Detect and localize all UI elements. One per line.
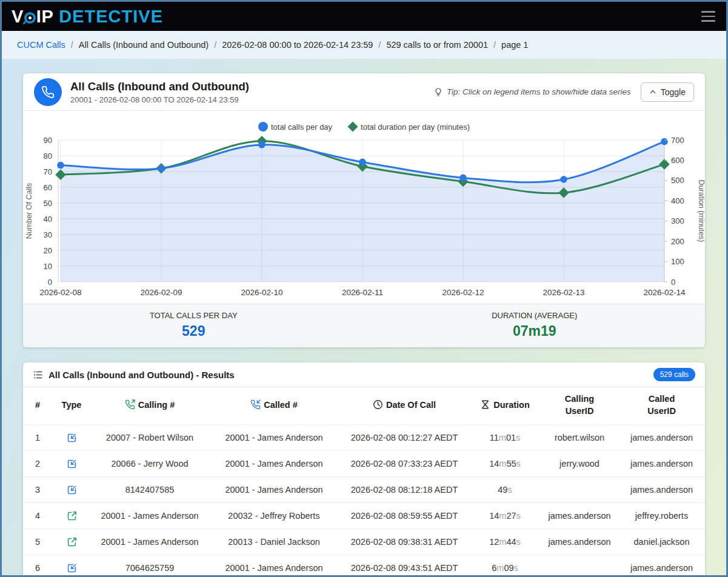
svg-text:40: 40 — [44, 215, 52, 224]
left-axis-title: Number Of Calls — [25, 183, 33, 239]
svg-text:600: 600 — [671, 156, 684, 165]
svg-text:2026-02-13: 2026-02-13 — [543, 288, 584, 297]
tip-text: Tip: Click on legend items to show/hide … — [447, 87, 631, 96]
column-header-calling_user: Calling UserID — [541, 387, 618, 425]
total-calls-value: 529 — [23, 323, 364, 339]
cell-duration: 11m01s — [469, 425, 541, 451]
cell-type — [52, 451, 91, 477]
cell-calling_user: jerry.wood — [541, 451, 618, 477]
duration-average-summary: DURATION (AVERAGE) 07m19 — [364, 311, 706, 339]
column-header-calling: Calling # — [91, 387, 209, 425]
cell-date: 2026-02-08 08:12:18 AEDT — [339, 477, 469, 503]
svg-text:200: 200 — [671, 237, 684, 246]
summary-band: TOTAL CALLS PER DAY 529 DURATION (AVERAG… — [23, 304, 705, 347]
phone-icon-badge — [34, 78, 62, 106]
inbound-call-icon — [66, 432, 78, 444]
cell-duration: 14m55s — [469, 451, 541, 477]
chart-subtitle: 20001 - 2026-02-08 00:00 TO 2026-02-14 2… — [70, 95, 249, 104]
cell-calling: 20001 - James Anderson — [91, 529, 209, 555]
table-header-row: #TypeCalling #Called #Date Of CallDurati… — [23, 387, 705, 425]
logo-ip: IP — [36, 7, 53, 27]
legend-item-duration[interactable]: total duration per day (minutes) — [348, 122, 470, 132]
cell-called: 20032 - Jeffrey Roberts — [209, 503, 339, 529]
svg-text:500: 500 — [671, 176, 684, 185]
cell-called_user: daniel.jackson — [618, 529, 705, 555]
circle-marker-icon — [258, 122, 268, 132]
cell-date: 2026-02-08 00:12:27 AEDT — [339, 425, 469, 451]
legend-label: total calls per day — [271, 122, 332, 132]
svg-text:2026-02-11: 2026-02-11 — [342, 288, 383, 297]
svg-text:2026-02-12: 2026-02-12 — [442, 288, 484, 297]
toggle-chart-button[interactable]: Toggle — [641, 82, 694, 102]
column-header-type: Type — [52, 387, 91, 425]
column-header-called_user: Called UserID — [618, 387, 705, 425]
chart-legend: total calls per daytotal duration per da… — [23, 122, 705, 132]
cell-type — [52, 503, 91, 529]
svg-text:400: 400 — [671, 196, 684, 205]
column-header-date: Date Of Call — [339, 387, 469, 425]
svg-text:60: 60 — [44, 183, 52, 192]
hamburger-menu-icon[interactable] — [700, 8, 716, 24]
calls-duration-chart: 0102030405060708090010020030040050060070… — [23, 134, 705, 301]
legend-tip: Tip: Click on legend items to show/hide … — [433, 87, 631, 97]
breadcrumb-item: page 1 — [501, 40, 528, 50]
cell-duration: 6m09s — [469, 555, 541, 577]
cell-duration: 49s — [469, 477, 541, 503]
chart-section: total calls per daytotal duration per da… — [23, 111, 705, 304]
top-navigation-bar: VIP DETECTIVE — [2, 2, 726, 31]
voip-detective-logo: VIP DETECTIVE — [12, 7, 163, 27]
breadcrumb-link-cucm-calls[interactable]: CUCM Calls — [17, 40, 65, 50]
breadcrumb-separator: / — [71, 40, 73, 50]
hourglass-icon — [480, 399, 490, 410]
cell-n: 5 — [23, 529, 52, 555]
svg-text:2026-02-10: 2026-02-10 — [241, 288, 282, 297]
cell-type — [52, 529, 91, 555]
svg-text:2026-02-09: 2026-02-09 — [140, 288, 182, 297]
right-axis-title: Duration (minutes) — [697, 180, 705, 242]
cell-duration: 12m44s — [469, 529, 541, 555]
cell-type — [52, 477, 91, 503]
cell-called: 20001 - James Anderson — [209, 555, 339, 577]
breadcrumb-item: 2026-02-08 00:00 to 2026-02-14 23:59 — [222, 40, 373, 50]
breadcrumb-separator: / — [378, 40, 381, 50]
svg-text:2026-02-14: 2026-02-14 — [643, 288, 686, 297]
cell-type — [52, 425, 91, 451]
results-header: All Calls (Inbound and Outbound) - Resul… — [23, 362, 705, 387]
column-header-duration: Duration — [469, 387, 541, 425]
lightbulb-icon — [433, 87, 443, 97]
cell-called: 20001 - James Anderson — [209, 477, 339, 503]
breadcrumb-item: All Calls (Inbound and Outbound) — [79, 40, 209, 50]
total-calls-label: TOTAL CALLS PER DAY — [23, 311, 364, 320]
total-calls-summary: TOTAL CALLS PER DAY 529 — [23, 311, 364, 339]
breadcrumb-separator: / — [214, 40, 216, 50]
svg-text:10: 10 — [44, 262, 52, 271]
cell-called: 20013 - Daniel Jackson — [209, 529, 339, 555]
svg-text:300: 300 — [671, 216, 684, 225]
cell-type — [52, 555, 91, 577]
logo-v: V — [12, 7, 24, 27]
svg-text:80: 80 — [44, 152, 52, 161]
list-icon — [33, 370, 43, 380]
legend-item-calls[interactable]: total calls per day — [258, 122, 332, 132]
cell-calling: 20001 - James Anderson — [91, 503, 209, 529]
svg-text:100: 100 — [671, 257, 684, 266]
cell-calling: 7064625759 — [91, 555, 209, 577]
cell-calling_user: james.anderson — [541, 503, 618, 529]
svg-text:30: 30 — [44, 230, 52, 239]
cell-date: 2026-02-08 08:59:55 AEDT — [339, 503, 469, 529]
phone-icon — [41, 85, 55, 99]
chart-card: All Calls (Inbound and Outbound) 20001 -… — [23, 73, 705, 347]
svg-text:20: 20 — [44, 246, 52, 255]
cell-called_user: james.anderson — [618, 555, 705, 577]
calls-table: #TypeCalling #Called #Date Of CallDurati… — [23, 387, 705, 577]
toggle-label: Toggle — [661, 87, 686, 97]
cell-called_user: james.anderson — [618, 451, 705, 477]
cell-called: 20001 - James Anderson — [209, 425, 339, 451]
table-row: 520001 - James Anderson20013 - Daniel Ja… — [23, 529, 705, 555]
svg-text:700: 700 — [671, 136, 684, 145]
clock-icon — [373, 399, 383, 410]
cell-duration: 14m27s — [469, 503, 541, 529]
svg-text:0: 0 — [671, 278, 675, 287]
cell-calling_user — [541, 477, 618, 503]
cell-calling: 20007 - Robert Wilson — [91, 425, 209, 451]
